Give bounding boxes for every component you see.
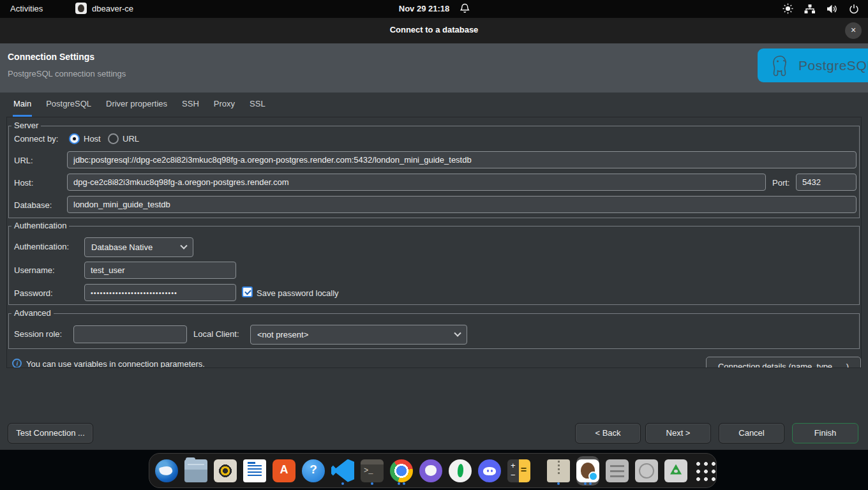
thunderbird-icon[interactable] xyxy=(155,456,178,486)
password-label: Password: xyxy=(14,288,53,298)
chevron-down-icon xyxy=(454,329,461,336)
terminal-glyph xyxy=(361,459,384,482)
discord-glyph xyxy=(478,459,501,482)
tab-ssl[interactable]: SSL xyxy=(249,93,266,117)
variables-hint-text: You can use variables in connection para… xyxy=(26,359,205,368)
next-button[interactable]: Next > xyxy=(645,423,711,443)
authentication-group-legend: Authentication xyxy=(11,221,69,230)
chrome-icon[interactable] xyxy=(390,456,413,486)
close-icon[interactable]: × xyxy=(845,22,862,39)
tab-ssh[interactable]: SSH xyxy=(181,93,200,117)
running-indicator xyxy=(557,482,560,485)
port-label: Port: xyxy=(772,178,789,188)
save-password-label[interactable]: Save password locally xyxy=(257,288,339,298)
thunderbird-glyph xyxy=(155,459,178,482)
rhythmbox-icon[interactable] xyxy=(214,456,237,486)
authentication-select[interactable]: Database Native xyxy=(84,237,193,257)
archive-manager-icon[interactable] xyxy=(547,456,570,486)
power-icon xyxy=(849,4,859,14)
password-input[interactable] xyxy=(84,284,236,301)
server-group-legend: Server xyxy=(11,121,41,130)
authentication-group: Authentication Authentication: Database … xyxy=(8,226,860,305)
help-glyph xyxy=(302,459,325,482)
vscode-glyph xyxy=(331,459,354,482)
activities-button[interactable]: Activities xyxy=(10,4,43,13)
cancel-button[interactable]: Cancel xyxy=(719,423,784,443)
terminal-icon[interactable] xyxy=(361,456,384,486)
session-role-label: Session role: xyxy=(14,329,62,339)
dialog-titlebar[interactable]: Connect to a database × xyxy=(0,18,868,43)
calculator-icon[interactable] xyxy=(507,456,530,486)
finish-button[interactable]: Finish xyxy=(792,423,858,443)
local-client-select-value: <not present> xyxy=(257,330,308,339)
focused-app-menu[interactable]: dbeaver-ce xyxy=(75,3,133,14)
connection-details-button[interactable]: Connection details (name, type, ... ) xyxy=(706,357,861,368)
files-glyph xyxy=(184,459,207,482)
session-properties-icon[interactable] xyxy=(606,456,629,486)
radio-url-label[interactable]: URL xyxy=(123,134,139,144)
radio-host[interactable] xyxy=(69,133,80,144)
discord-icon[interactable] xyxy=(478,456,501,486)
page-subtitle: PostgreSQL connection settings xyxy=(8,69,126,78)
authentication-select-value: Database Native xyxy=(91,242,153,252)
url-input[interactable] xyxy=(67,151,857,168)
session-properties-glyph xyxy=(606,459,629,482)
authentication-label: Authentication: xyxy=(14,242,69,251)
clock-menu[interactable]: Nov 29 21:18 xyxy=(399,3,470,13)
help-icon[interactable] xyxy=(302,456,325,486)
archive-manager-glyph xyxy=(547,459,570,482)
chevron-down-icon xyxy=(180,242,187,249)
save-password-checkbox[interactable] xyxy=(242,286,253,297)
mongodb-compass-icon[interactable] xyxy=(449,456,472,486)
running-indicator xyxy=(341,482,344,485)
wizard-header: Connection Settings PostgreSQL connectio… xyxy=(0,43,868,93)
running-indicator xyxy=(371,482,373,485)
postgresql-logo: PostgreSQL xyxy=(758,48,868,82)
network-icon xyxy=(804,4,816,14)
settings-tab-bar: Main PostgreSQL Driver properties SSH Pr… xyxy=(0,93,868,117)
bell-icon xyxy=(460,3,469,13)
back-button[interactable]: < Back xyxy=(575,423,641,443)
dbeaver-icon[interactable] xyxy=(576,456,599,486)
dbeaver-app-icon xyxy=(75,3,87,14)
advanced-group-legend: Advanced xyxy=(11,308,54,318)
trash-glyph xyxy=(664,459,687,482)
tab-main[interactable]: Main xyxy=(13,93,32,117)
info-icon xyxy=(12,359,22,368)
port-input[interactable] xyxy=(796,174,857,191)
database-input[interactable] xyxy=(67,196,857,213)
vscode-icon[interactable] xyxy=(331,456,354,486)
desktop: Activities dbeaver-ce Nov 29 21:18 xyxy=(0,0,868,490)
radio-url[interactable] xyxy=(108,133,119,144)
tab-proxy[interactable]: Proxy xyxy=(213,93,236,117)
advanced-group: Advanced Session role: Local Client: <no… xyxy=(8,313,860,349)
database-label: Database: xyxy=(14,200,52,210)
software-center-icon[interactable] xyxy=(273,456,296,486)
disk-utility-icon[interactable] xyxy=(635,456,658,486)
url-label: URL: xyxy=(14,156,33,165)
app-grid-icon[interactable] xyxy=(694,456,716,486)
username-input[interactable] xyxy=(84,262,236,279)
server-group: Server Connect by: Host URL URL: Host: P… xyxy=(8,126,860,218)
trash-icon[interactable] xyxy=(664,456,687,486)
test-connection-button[interactable]: Test Connection ... xyxy=(8,423,93,443)
host-input[interactable] xyxy=(67,174,766,191)
dialog-title: Connect to a database xyxy=(0,25,868,34)
radio-host-label[interactable]: Host xyxy=(84,134,101,144)
system-status-area[interactable] xyxy=(782,3,859,14)
session-role-input[interactable] xyxy=(73,325,187,343)
local-client-select[interactable]: <not present> xyxy=(250,325,467,345)
tab-driver-properties[interactable]: Driver properties xyxy=(105,93,168,117)
files-icon[interactable] xyxy=(184,456,207,486)
chrome-glyph xyxy=(390,459,413,482)
page-title: Connection Settings xyxy=(8,52,94,62)
tab-postgresql[interactable]: PostgreSQL xyxy=(45,93,92,117)
libreoffice-writer-icon[interactable] xyxy=(243,456,266,486)
running-indicator xyxy=(584,482,592,485)
username-label: Username: xyxy=(14,265,55,275)
running-indicator xyxy=(398,482,405,485)
gnome-top-bar: Activities dbeaver-ce Nov 29 21:18 xyxy=(0,0,868,18)
github-desktop-icon[interactable] xyxy=(419,456,442,486)
dbeaver-glyph xyxy=(576,459,599,482)
volume-icon xyxy=(827,4,838,14)
